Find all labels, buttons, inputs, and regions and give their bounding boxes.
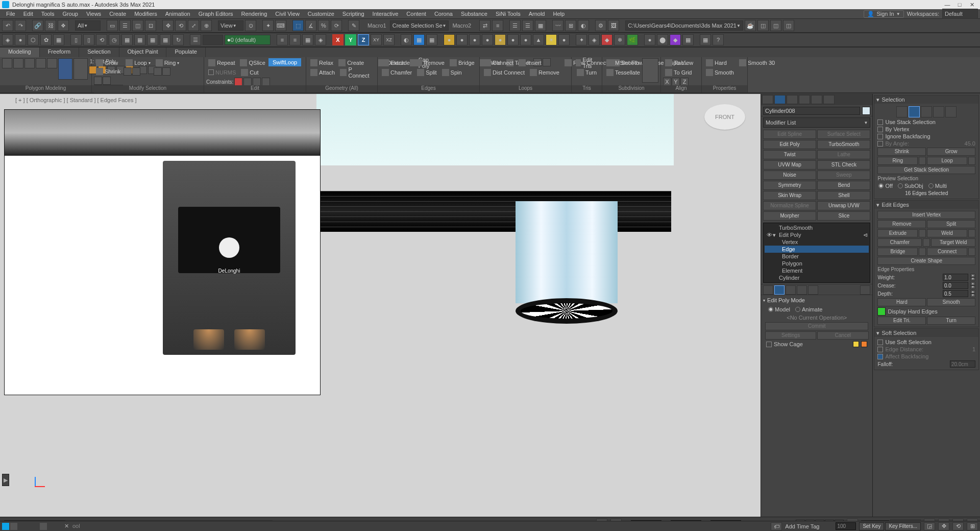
nav-b1[interactable]: ◲ (924, 522, 935, 530)
loop-connect[interactable]: Connect (482, 58, 516, 67)
tbr2-b3[interactable]: ⬡ (28, 34, 39, 45)
softsel-header[interactable]: ▾Soft Selection (874, 329, 978, 337)
chk-byangle[interactable] (877, 141, 883, 147)
percent-snap-button[interactable]: % (318, 20, 329, 31)
mod-bend[interactable]: Bend (817, 181, 870, 190)
modifier-list-dropdown[interactable]: Modifier List ▼ (763, 117, 870, 128)
epm-commit[interactable]: Commit (765, 322, 868, 330)
loop-p[interactable] (124, 67, 132, 76)
maximize-button[interactable]: □ (953, 2, 966, 8)
tbr2-b14[interactable]: ↻ (173, 34, 184, 45)
so2-polygon[interactable] (933, 106, 944, 117)
pr-hard[interactable]: Hard (704, 58, 729, 67)
keyfilters-button[interactable]: Key Filters... (885, 522, 921, 530)
btn-shrink[interactable]: Shrink (877, 148, 926, 156)
pr-smooth[interactable]: Smooth (704, 68, 736, 77)
btn-targetweld[interactable]: Target Weld (931, 238, 975, 247)
btn-createshape[interactable]: Create Shape (877, 257, 975, 265)
hardedge-color[interactable] (877, 307, 886, 316)
layer-button[interactable]: ☰ (509, 20, 521, 31)
tbr2-f2[interactable]: ◈ (589, 34, 600, 45)
mod-symmetry[interactable]: Symmetry (763, 181, 816, 190)
tbr2-e9[interactable]: ☀ (546, 34, 557, 45)
tab-hierarchy-icon[interactable] (787, 95, 798, 104)
con-face[interactable] (253, 78, 261, 86)
btn-extrude[interactable]: Extrude (877, 229, 918, 237)
tbr2-c1[interactable]: ≡ (277, 34, 288, 45)
btn-remove[interactable]: Remove (877, 220, 926, 228)
chk-usestack[interactable] (877, 119, 883, 125)
cha-set[interactable] (923, 238, 930, 247)
axis-y-button[interactable]: Y (345, 34, 356, 45)
pivot-button[interactable]: ⊙ (245, 20, 256, 31)
mod-turbosmooth[interactable]: TurboSmooth (817, 140, 870, 149)
refcoord-dropdown[interactable]: View▼ (218, 20, 243, 31)
mod-sweep[interactable]: Sweep (817, 171, 870, 180)
btn-insertvertex[interactable]: Insert Vertex (877, 211, 975, 219)
loop-button[interactable]: Loop▾ (124, 59, 152, 67)
tb-extra3[interactable]: ◫ (783, 20, 794, 31)
spinner-snap-button[interactable]: ⟳ (331, 20, 342, 31)
tbr2-f5[interactable]: 🌿 (627, 34, 638, 45)
task-icon-1[interactable] (2, 523, 9, 530)
menu-substance[interactable]: Substance (457, 11, 492, 17)
bind-button[interactable]: ❖ (58, 20, 69, 31)
nav-b3[interactable]: ⟲ (952, 522, 964, 530)
tbr2-b12[interactable]: ▦ (147, 34, 158, 45)
stack-editpoly[interactable]: 👁▾Edit Poly⊲ (765, 231, 869, 238)
con-none[interactable] (234, 78, 242, 86)
menu-content[interactable]: Content (402, 11, 430, 17)
stack-cylinder[interactable]: Cylinder (765, 274, 869, 281)
btn-chamfer[interactable]: Chamfer (877, 238, 922, 247)
al-togrid[interactable]: To Grid (663, 68, 694, 77)
cage-color-1[interactable] (853, 341, 859, 347)
tbr2-g2[interactable]: ⬤ (657, 34, 668, 45)
mod-uvw[interactable]: UVW Map (763, 160, 816, 170)
con-norm[interactable] (262, 78, 270, 86)
tab-populate[interactable]: Populate (166, 47, 205, 57)
btn-connect[interactable]: Connect (927, 248, 967, 256)
sd-msmooth[interactable]: MSmooth (604, 58, 641, 67)
tab-motion-icon[interactable] (799, 95, 810, 104)
epm-animate[interactable]: Animate (795, 306, 822, 312)
shrink-button[interactable]: Shrink (94, 67, 122, 76)
epm-header[interactable]: ▾Edit Poly Mode (763, 296, 870, 304)
menu-interactive[interactable]: Interactive (369, 11, 403, 17)
tbr2-b1[interactable]: ◈ (2, 34, 13, 45)
depth-input[interactable]: 0.5 (943, 290, 968, 297)
chk-usesoft[interactable] (877, 340, 883, 345)
ring-p[interactable] (154, 67, 162, 76)
pconnect-button[interactable]: P Connect (338, 68, 375, 77)
ring-spin[interactable] (919, 157, 926, 165)
mod-noise[interactable]: Noise (763, 171, 816, 180)
edge-spin[interactable]: Spin (440, 68, 464, 77)
al-y[interactable]: Y (672, 78, 680, 86)
weight-input[interactable]: 1.0 (943, 274, 968, 281)
tbr2-b10[interactable]: ▦ (121, 34, 133, 45)
mod-morpher[interactable]: Morpher (763, 211, 816, 221)
tab-modify-icon[interactable] (774, 95, 786, 104)
redo-button[interactable]: ↷ (15, 20, 26, 31)
iso-dd[interactable] (203, 35, 223, 45)
mod-editpoly[interactable]: Edit Poly (763, 140, 816, 149)
chk-edgedist[interactable] (877, 347, 883, 352)
snap-toggle[interactable]: ⬚ (292, 20, 304, 31)
macro2[interactable]: Macro2 (450, 22, 473, 29)
tab-create-icon[interactable] (762, 95, 773, 104)
tbr2-e10[interactable]: ● (558, 34, 570, 45)
link-button[interactable]: 🔗 (32, 20, 43, 31)
tris-turn[interactable]: Turn (575, 68, 599, 77)
con-edge[interactable] (243, 78, 252, 86)
loop-m[interactable] (132, 67, 140, 76)
filter-dropdown[interactable]: All▼ (75, 20, 101, 31)
qslice-button[interactable]: QSlice (238, 58, 267, 67)
mod-lathe[interactable]: Lathe (817, 150, 870, 159)
mod-stl[interactable]: STL Check (817, 160, 870, 170)
tbr2-b2[interactable]: ● (15, 34, 26, 45)
ring-m[interactable] (162, 67, 170, 76)
tbr2-e2[interactable]: ● (456, 34, 468, 45)
mod-unwrap[interactable]: Unwrap UVW (817, 201, 870, 210)
menu-views[interactable]: Views (82, 11, 105, 17)
tbr2-g3[interactable]: ◆ (670, 34, 681, 45)
ms-2[interactable] (103, 77, 111, 85)
